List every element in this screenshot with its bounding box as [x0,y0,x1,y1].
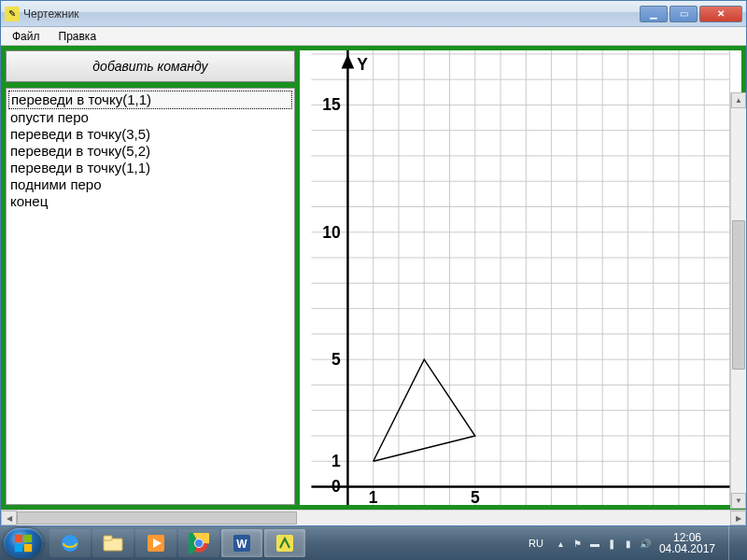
scroll-h-thumb[interactable] [17,511,297,525]
show-desktop-button[interactable] [728,526,738,560]
plot: Y015101515 [300,50,741,505]
menu-file[interactable]: Файл [5,28,48,45]
svg-rect-54 [24,535,32,542]
scroll-h-track[interactable] [17,511,730,525]
svg-rect-53 [15,535,22,542]
svg-rect-55 [15,544,22,552]
windows-logo-icon [13,533,34,553]
vertical-scrollbar[interactable]: ▲ ▼ [730,92,746,509]
app-icon: ✎ [5,7,20,21]
svg-text:1: 1 [369,488,378,505]
svg-text:5: 5 [471,488,480,505]
svg-text:5: 5 [331,350,341,369]
menubar: Файл Правка [1,27,746,46]
drawing-canvas: Y015101515 [300,50,741,505]
media-icon [146,533,166,553]
taskbar-ie[interactable] [49,529,91,557]
svg-rect-59 [104,536,112,540]
command-line[interactable]: переведи в точку(3,5) [8,126,292,143]
app-window: ✎ Чертежник Файл Правка добавить команду… [0,0,747,526]
close-button[interactable] [699,6,742,22]
svg-text:Y: Y [357,55,368,74]
add-command-button[interactable]: добавить команду [6,50,295,82]
taskbar-chrome[interactable] [178,529,219,557]
volume-icon[interactable]: 🔊 [639,537,652,550]
scroll-down-button[interactable]: ▼ [731,493,746,509]
drafter-icon [275,533,295,553]
svg-text:W: W [236,538,247,551]
svg-marker-43 [342,54,355,69]
language-indicator[interactable]: RU [525,536,547,551]
command-panel: добавить команду переведи в точку(1,1) о… [6,50,295,505]
scroll-thumb[interactable] [732,220,745,370]
command-line[interactable]: подними перо [8,176,292,193]
titlebar[interactable]: ✎ Чертежник [1,1,746,27]
taskbar-explorer[interactable] [92,529,134,557]
maximize-button[interactable] [669,6,698,22]
svg-text:10: 10 [322,223,341,242]
clock-date: 04.04.2017 [659,543,715,554]
menu-edit[interactable]: Правка [51,28,105,45]
taskbar-media[interactable] [135,529,176,557]
network-icon[interactable]: ❚ [605,537,618,550]
command-line[interactable]: конец [8,193,292,210]
ie-icon [60,533,80,553]
scroll-up-button[interactable]: ▲ [731,92,746,108]
flag-icon[interactable]: ⚑ [571,537,585,550]
scroll-left-button[interactable]: ◀ [1,511,17,525]
command-line[interactable]: опусти перо [8,109,292,126]
shield-icon[interactable]: ▬ [588,537,601,550]
taskbar[interactable]: W RU ▴ ⚑ ▬ ❚ ▮ 🔊 12:06 04.04.2017 [0,526,747,560]
scroll-right-button[interactable]: ▶ [730,511,746,525]
folder-icon [103,535,123,552]
command-list[interactable]: переведи в точку(1,1) опусти перо переве… [6,88,295,505]
battery-icon[interactable]: ▮ [622,537,635,550]
tray-up-icon[interactable]: ▴ [555,537,568,550]
command-line[interactable]: переведи в точку(1,1) [8,91,292,109]
chrome-icon [189,533,209,553]
minimize-button[interactable] [640,6,668,22]
svg-text:1: 1 [331,452,341,470]
command-line[interactable]: переведи в точку(1,1) [8,160,292,176]
system-tray: RU ▴ ⚑ ▬ ❚ ▮ 🔊 12:06 04.04.2017 [525,526,743,560]
window-buttons [638,6,742,22]
window-title: Чертежник [23,7,638,21]
taskbar-word[interactable]: W [221,529,262,557]
svg-point-66 [195,539,203,547]
taskbar-app[interactable] [264,529,305,557]
scroll-track[interactable] [731,108,746,493]
start-button[interactable] [4,528,43,558]
content-area: добавить команду переведи в точку(1,1) о… [1,46,746,510]
tray-icons: ▴ ⚑ ▬ ❚ ▮ 🔊 [555,537,652,550]
horizontal-scrollbar[interactable]: ◀ ▶ [1,510,746,525]
command-line[interactable]: переведи в точку(5,2) [8,143,292,160]
svg-text:15: 15 [322,95,341,114]
app-body: добавить команду переведи в точку(1,1) о… [1,46,746,525]
svg-rect-56 [24,544,32,552]
svg-text:0: 0 [331,477,341,496]
clock[interactable]: 12:06 04.04.2017 [659,532,715,554]
word-icon: W [232,533,252,553]
